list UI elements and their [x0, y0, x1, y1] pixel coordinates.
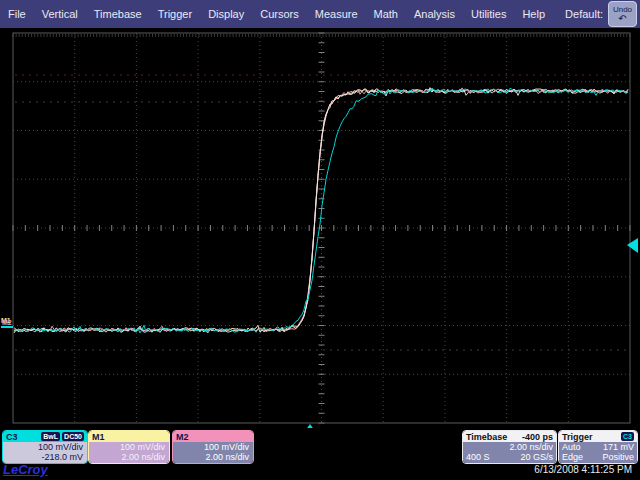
menu-item-cursors[interactable]: Cursors [252, 8, 307, 20]
oscilloscope-screen: File Vertical Timebase Trigger Display C… [0, 0, 640, 480]
menu-item-utilities[interactable]: Utilities [463, 8, 514, 20]
timestamp: 6/13/2008 4:11:25 PM [534, 464, 632, 475]
channel-m1-scale: 100 mV/div [93, 442, 165, 452]
menu-item-file[interactable]: File [0, 8, 34, 20]
timebase-box[interactable]: Timebase -400 ps 2.00 ns/div 400 S 20 GS… [462, 430, 557, 464]
undo-icon: ↶ [609, 14, 636, 23]
channel-c3-offset: -218.0 mV [7, 452, 83, 462]
channel-box-c3[interactable]: C3 BwL DC50 100 mV/div -218.0 mV [2, 430, 88, 464]
menu-item-vertical[interactable]: Vertical [34, 8, 86, 20]
trigger-source-badge: C3 [621, 432, 634, 441]
channel-box-m2[interactable]: M2 100 mV/div 2.00 ns/div [172, 430, 254, 464]
trigger-level: 171 mV [603, 442, 634, 452]
waveform-display: M1M2 [0, 28, 640, 428]
channel-c3-scale: 100 mV/div [7, 442, 83, 452]
bandwidth-limit-badge: BwL [41, 432, 60, 441]
status-bar: C3 BwL DC50 100 mV/div -218.0 mV M1 100 … [0, 428, 640, 480]
trace-left-labels: M1M2 [1, 317, 13, 327]
menu-item-measure[interactable]: Measure [307, 8, 366, 20]
channel-box-m1[interactable]: M1 100 mV/div 2.00 ns/div [88, 430, 170, 464]
menu-bar: File Vertical Timebase Trigger Display C… [0, 0, 640, 28]
timebase-scale: 2.00 ns/div [509, 442, 553, 452]
channel-m1-timebase: 2.00 ns/div [93, 452, 165, 462]
undo-button[interactable]: Undo ↶ [608, 1, 637, 27]
channel-c3-label: C3 [6, 432, 18, 442]
coupling-badge: DC50 [62, 432, 84, 441]
menu-item-math[interactable]: Math [366, 8, 406, 20]
svg-text:M2: M2 [2, 319, 12, 326]
trigger-mode: Auto [562, 442, 581, 452]
trigger-slope: Positive [602, 452, 634, 462]
menu-item-help[interactable]: Help [514, 8, 553, 20]
timebase-delay: -400 ps [522, 432, 553, 442]
channel-m2-scale: 100 mV/div [177, 442, 249, 452]
scope-graticule: M1M2 [0, 28, 640, 428]
channel-m2-label: M2 [176, 432, 189, 442]
menu-item-timebase[interactable]: Timebase [86, 8, 150, 20]
graticule-grid [13, 33, 630, 423]
menu-item-display[interactable]: Display [200, 8, 252, 20]
trigger-box[interactable]: Trigger C3 Auto 171 mV Edge Positive [558, 430, 638, 464]
trigger-kind: Edge [562, 452, 583, 462]
lecroy-logo: LeCroy [3, 462, 48, 477]
timebase-samples: 400 S [466, 452, 490, 462]
trigger-title: Trigger [562, 432, 593, 442]
channel-m1-label: M1 [92, 432, 105, 442]
trigger-level-marker[interactable] [627, 238, 638, 253]
timebase-title: Timebase [466, 432, 507, 442]
channel-m2-timebase: 2.00 ns/div [177, 452, 249, 462]
menu-item-trigger[interactable]: Trigger [150, 8, 200, 20]
timebase-rate: 20 GS/s [520, 452, 553, 462]
menu-item-analysis[interactable]: Analysis [406, 8, 463, 20]
default-label: Default: [565, 8, 603, 20]
